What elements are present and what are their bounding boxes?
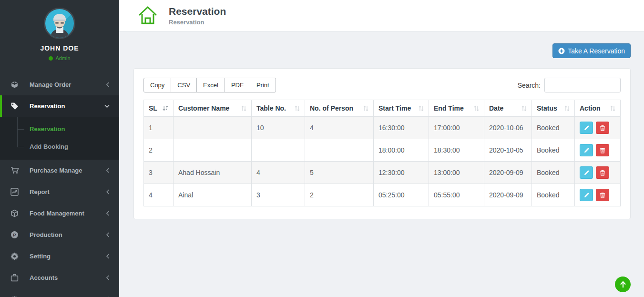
cell-table-no: 10 [252,117,305,139]
table-row: 1 10 4 16:30:00 17:00:00 2020-10-06 Book… [144,117,621,139]
edit-button[interactable] [580,166,593,179]
box-icon [10,209,19,217]
pdf-button[interactable]: PDF [225,78,250,92]
cell-action [575,117,621,139]
column-header-customer-name[interactable]: Customer Name [174,100,252,117]
sidebar-item-label: Purchase Manage [30,167,106,174]
online-status-dot [49,56,53,61]
column-header-status[interactable]: Status [532,100,575,117]
briefcase-icon [10,274,19,282]
users-icon [10,296,19,297]
edit-button[interactable] [580,122,593,134]
column-header-sl[interactable]: SL [144,100,174,117]
delete-button[interactable] [596,122,609,134]
cell-customer-name: Ahad Hossain [174,162,252,184]
column-header-date[interactable]: Date [484,100,532,117]
cell-status: Booked [532,184,575,206]
sort-icon [295,105,300,112]
sidebar-item-manage-order[interactable]: Manage Order [0,74,119,95]
column-header-no-of-person[interactable]: No. of Person [305,100,374,117]
user-name: JOHN DOE [0,44,119,52]
cell-end-time: 05:55:00 [429,184,484,206]
cell-action [575,162,621,184]
sidebar: JOHN DOE Admin Manage Order Reservation [0,0,119,297]
cell-end-time: 18:30:00 [429,139,484,162]
content-area: Take A Reservation Copy CSV Excel PDF Pr… [119,31,644,297]
cell-status: Booked [532,162,575,184]
chevron-left-icon [106,168,110,173]
edit-button[interactable] [580,189,593,201]
delete-button[interactable] [596,189,609,201]
cell-sl: 1 [144,117,174,139]
sort-icon [564,105,570,112]
search-input[interactable] [544,78,621,92]
column-header-action[interactable]: Action [575,100,621,117]
cell-no-of-person [305,139,374,162]
p-circle-icon: P [10,231,19,239]
cube-icon [10,81,19,89]
cell-date: 2020-09-09 [484,184,532,206]
submenu-item-add-booking[interactable]: Add Booking [0,138,119,155]
cell-end-time: 13:00:00 [429,162,484,184]
svg-text:P: P [13,232,16,237]
csv-button[interactable]: CSV [171,78,197,92]
sort-active-icon [163,105,168,112]
table-row: 3 Ahad Hossain 4 5 12:30:00 13:00:00 202… [144,162,621,184]
chevron-left-icon [106,189,110,195]
sidebar-item-accounts[interactable]: Accounts [0,267,119,288]
scroll-to-top-button[interactable] [615,277,631,292]
sort-icon [610,105,615,112]
chart-line-icon [10,188,19,196]
cell-customer-name: Ainal [174,184,252,206]
delete-button[interactable] [596,166,609,179]
chevron-left-icon [106,82,110,87]
cell-date: 2020-10-05 [484,139,532,162]
sidebar-item-reservation[interactable]: Reservation [0,95,119,117]
table-header-row: SL Customer Name Table No. No. of Person… [144,100,621,117]
sidebar-item-production[interactable]: P Production [0,224,119,246]
export-button-group: Copy CSV Excel PDF Print [143,78,276,92]
submenu-item-reservation[interactable]: Reservation [0,120,119,138]
trash-icon [600,147,605,154]
pencil-icon [583,147,590,154]
excel-button[interactable]: Excel [196,78,225,92]
sidebar-nav: Manage Order Reservation Reservation Add… [0,74,119,297]
cell-end-time: 17:00:00 [429,117,484,139]
column-header-table-no[interactable]: Table No. [252,100,305,117]
sidebar-item-label: Manage Order [30,81,106,88]
pencil-icon [583,125,590,131]
gear-icon [10,252,19,260]
sidebar-item-food-management[interactable]: Food Management [0,203,119,224]
cell-sl: 4 [144,184,174,206]
sidebar-item-label: Production [30,231,106,238]
sidebar-item-human-resource[interactable]: Human Resource [0,288,119,297]
cell-action [575,139,621,162]
chevron-left-icon [106,232,110,237]
cell-action [575,184,621,206]
sidebar-item-label: Report [30,188,106,195]
cell-start-time: 05:25:00 [374,184,429,206]
column-header-start-time[interactable]: Start Time [374,100,429,117]
sidebar-item-setting[interactable]: Setting [0,246,119,267]
sidebar-item-label: Reservation [30,102,104,110]
edit-button[interactable] [580,144,593,156]
cell-no-of-person: 2 [305,184,374,206]
sidebar-item-report[interactable]: Report [0,181,119,203]
reservations-table: SL Customer Name Table No. No. of Person… [143,100,621,206]
print-button[interactable]: Print [250,78,276,92]
avatar[interactable] [44,8,75,39]
take-reservation-label: Take A Reservation [568,47,625,55]
sort-icon [419,105,424,112]
page-header: Reservation Reservation [119,0,644,31]
chevron-left-icon [106,275,110,280]
copy-button[interactable]: Copy [143,78,171,92]
trash-icon [600,125,605,131]
cell-table-no [252,139,305,162]
sidebar-item-label: Setting [30,253,106,260]
take-reservation-button[interactable]: Take A Reservation [552,43,631,58]
cell-table-no: 4 [252,162,305,184]
reservation-table-card: Copy CSV Excel PDF Print Search: [133,68,631,219]
delete-button[interactable] [596,144,609,156]
sidebar-item-purchase-manage[interactable]: Purchase Manage [0,160,119,181]
column-header-end-time[interactable]: End Time [429,100,484,117]
